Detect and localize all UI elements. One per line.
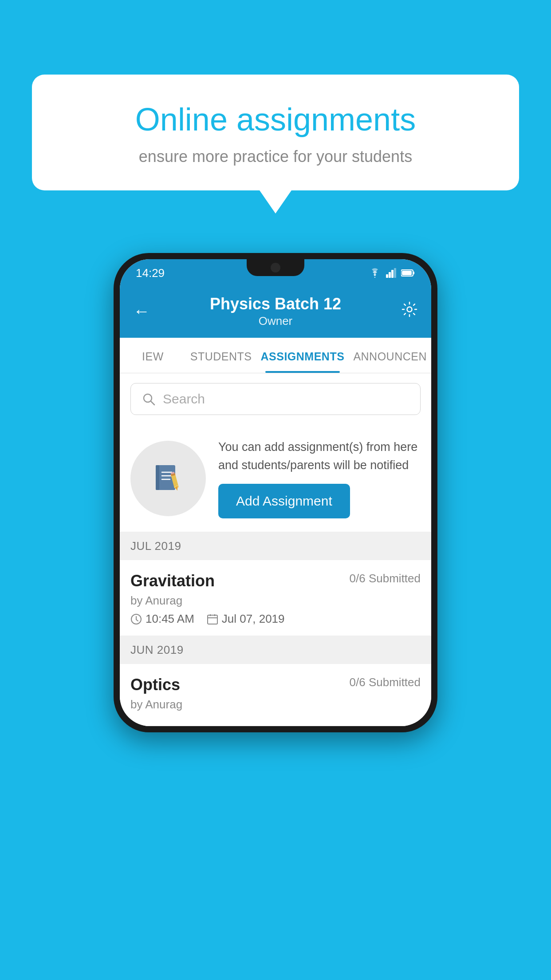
header-subtitle: Owner bbox=[210, 314, 341, 328]
svg-line-9 bbox=[151, 401, 154, 405]
app-header: ← Physics Batch 12 Owner bbox=[120, 287, 431, 338]
calendar-icon bbox=[207, 613, 218, 625]
assignment-title-gravitation: Gravitation bbox=[130, 572, 215, 590]
add-assignment-button[interactable]: Add Assignment bbox=[218, 484, 350, 518]
tab-assignments[interactable]: ASSIGNMENTS bbox=[256, 338, 349, 373]
speech-bubble-subtitle: ensure more practice for your students bbox=[63, 147, 488, 166]
status-icons bbox=[368, 268, 415, 278]
tab-students[interactable]: STUDENTS bbox=[186, 338, 256, 373]
svg-rect-0 bbox=[386, 274, 388, 278]
promo-content: You can add assignment(s) from here and … bbox=[218, 438, 421, 518]
svg-rect-3 bbox=[394, 268, 396, 278]
assignment-dates-gravitation: 10:45 AM Jul 07, 2019 bbox=[130, 612, 421, 626]
search-placeholder: Search bbox=[163, 391, 205, 407]
tab-announcements[interactable]: ANNOUNCEN bbox=[349, 338, 431, 373]
phone-notch bbox=[247, 259, 304, 276]
assignment-date: Jul 07, 2019 bbox=[207, 612, 285, 626]
phone-screen: 14:29 bbox=[120, 259, 431, 726]
svg-rect-6 bbox=[402, 271, 412, 275]
assignment-item-optics[interactable]: Optics 0/6 Submitted by Anurag bbox=[120, 664, 431, 726]
battery-icon bbox=[401, 269, 415, 277]
svg-rect-5 bbox=[413, 272, 414, 274]
section-header-jun: JUN 2019 bbox=[120, 636, 431, 664]
promo-section: You can add assignment(s) from here and … bbox=[120, 425, 431, 532]
speech-bubble-title: Online assignments bbox=[63, 101, 488, 138]
svg-rect-2 bbox=[391, 270, 394, 278]
wifi-icon bbox=[368, 268, 382, 278]
settings-button[interactable] bbox=[401, 301, 418, 322]
clock-icon bbox=[130, 613, 142, 625]
section-header-jul: JUL 2019 bbox=[120, 532, 431, 560]
assignment-submitted-optics: 0/6 Submitted bbox=[350, 676, 421, 689]
assignment-by-gravitation: by Anurag bbox=[130, 594, 421, 608]
notebook-pencil-icon bbox=[150, 461, 186, 496]
phone-camera bbox=[271, 263, 280, 273]
promo-icon-circle bbox=[130, 441, 206, 516]
svg-rect-1 bbox=[389, 272, 391, 278]
header-title-block: Physics Batch 12 Owner bbox=[210, 295, 341, 328]
search-bar[interactable]: Search bbox=[130, 383, 421, 415]
header-title: Physics Batch 12 bbox=[210, 295, 341, 313]
phone-mockup: 14:29 bbox=[114, 253, 437, 732]
status-time: 14:29 bbox=[136, 266, 165, 280]
assignment-title-optics: Optics bbox=[130, 676, 180, 694]
promo-text: You can add assignment(s) from here and … bbox=[218, 438, 421, 474]
assignment-by-optics: by Anurag bbox=[130, 698, 421, 711]
assignment-top: Gravitation 0/6 Submitted bbox=[130, 572, 421, 590]
assignment-time: 10:45 AM bbox=[130, 612, 194, 626]
search-icon bbox=[142, 392, 156, 406]
svg-rect-11 bbox=[156, 465, 159, 490]
search-container: Search bbox=[120, 373, 431, 425]
assignment-submitted-gravitation: 0/6 Submitted bbox=[350, 572, 421, 585]
tab-iew[interactable]: IEW bbox=[120, 338, 186, 373]
svg-rect-21 bbox=[208, 615, 217, 624]
signal-icon bbox=[386, 268, 397, 278]
back-button[interactable]: ← bbox=[133, 302, 150, 321]
svg-point-7 bbox=[407, 307, 412, 312]
speech-bubble: Online assignments ensure more practice … bbox=[32, 75, 519, 190]
assignment-item-gravitation[interactable]: Gravitation 0/6 Submitted by Anurag 10:4… bbox=[120, 560, 431, 636]
tabs-bar: IEW STUDENTS ASSIGNMENTS ANNOUNCEN bbox=[120, 338, 431, 373]
assignment-top-optics: Optics 0/6 Submitted bbox=[130, 676, 421, 694]
